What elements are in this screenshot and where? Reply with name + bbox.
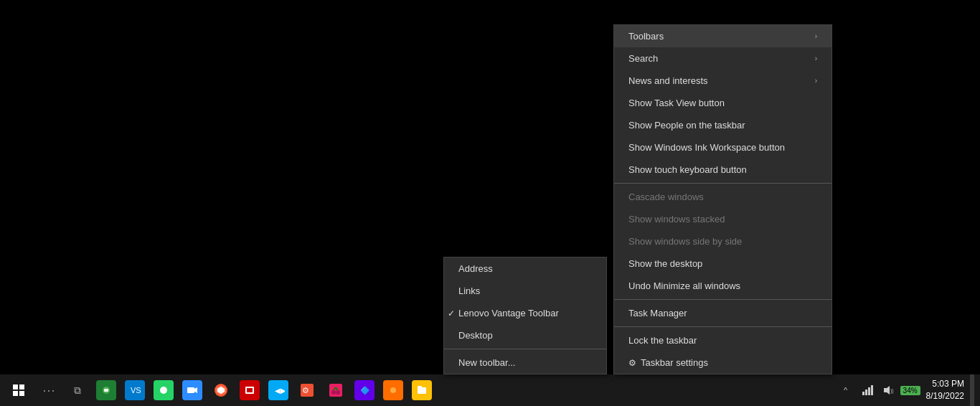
menu-item-windows-ink-label: Show Windows Ink Workspace button <box>628 142 785 153</box>
menu-item-desktop-label: Desktop <box>458 330 493 341</box>
menu-item-task-manager[interactable]: Task Manager <box>614 302 831 324</box>
arrow-icon-news: › <box>815 77 817 85</box>
svg-rect-31 <box>418 386 422 388</box>
start-button[interactable] <box>3 374 34 406</box>
arrow-icon-search: › <box>815 55 817 62</box>
menu-item-address[interactable]: Address <box>444 258 606 280</box>
context-menu-right: Toolbars › Search › News and interests ›… <box>613 24 832 374</box>
menu-item-search-label: Search <box>628 53 658 64</box>
menu-item-task-manager-label: Task Manager <box>628 308 687 318</box>
battery-indicator[interactable]: 34% <box>900 376 920 405</box>
menu-item-taskbar-settings-label: Taskbar settings <box>641 357 708 368</box>
gear-icon: ⚙ <box>628 358 636 368</box>
windows-logo-icon <box>13 384 24 396</box>
menu-item-show-desktop[interactable]: Show the desktop <box>614 252 831 275</box>
separator-1 <box>444 349 606 349</box>
battery-label: 34% <box>900 386 920 395</box>
clock-date: 8/19/2022 <box>926 390 964 402</box>
menu-item-people-label: Show People on the taskbar <box>628 120 745 131</box>
clock-time: 5:03 PM <box>932 378 964 390</box>
menu-item-windows-ink[interactable]: Show Windows Ink Workspace button <box>614 136 831 159</box>
menu-item-task-view-label: Show Task View button <box>628 98 725 108</box>
menu-item-new-toolbar-label: New toolbar... <box>458 357 516 368</box>
vscode-icon[interactable]: VS <box>121 376 149 405</box>
system-tray: ^ )) 34% 5:03 PM 8/19/2022 <box>836 374 977 406</box>
arrow-icon-toolbars: › <box>815 32 817 40</box>
app-icon-blue[interactable]: ◀▶ <box>264 376 293 405</box>
volume-icon[interactable]: )) <box>879 376 899 405</box>
hidden-icons-button[interactable]: ^ <box>836 376 856 405</box>
svg-rect-30 <box>418 387 426 394</box>
greenhat-app-icon[interactable] <box>92 376 121 405</box>
git-icon[interactable]: ⚙ <box>293 376 321 405</box>
menu-item-task-view[interactable]: Show Task View button <box>614 92 831 114</box>
menu-item-toolbars-label: Toolbars <box>628 31 664 42</box>
menu-item-links[interactable]: Links <box>444 280 606 302</box>
separator-3 <box>614 299 831 300</box>
menu-item-lock-taskbar-label: Lock the taskbar <box>628 335 697 346</box>
separator-4 <box>614 326 831 327</box>
svg-rect-15 <box>247 388 253 392</box>
svg-point-21 <box>331 390 336 395</box>
whatsapp-icon[interactable] <box>149 376 178 405</box>
task-view-button[interactable]: ⧉ <box>63 376 92 405</box>
show-desktop-button[interactable] <box>970 374 974 406</box>
svg-text:)): )) <box>890 388 894 394</box>
svg-rect-8 <box>187 387 194 393</box>
zoom-icon[interactable] <box>178 376 207 405</box>
menu-item-touch-keyboard[interactable]: Show touch keyboard button <box>614 159 831 181</box>
brave-icon[interactable] <box>207 376 235 405</box>
svg-point-6 <box>160 387 167 394</box>
menu-item-side-by-side: Show windows side by side <box>614 230 831 252</box>
menu-item-lock-taskbar[interactable]: Lock the taskbar <box>614 329 831 351</box>
menu-item-address-label: Address <box>458 263 493 274</box>
paintnet-icon[interactable] <box>235 376 264 405</box>
svg-rect-32 <box>862 392 864 395</box>
app-icon-orange[interactable] <box>379 376 407 405</box>
menu-item-new-toolbar[interactable]: New toolbar... <box>444 351 606 374</box>
menu-item-side-by-side-label: Show windows side by side <box>628 236 742 247</box>
menu-item-search[interactable]: Search › <box>614 47 831 70</box>
menu-item-touch-keyboard-label: Show touch keyboard button <box>628 164 747 175</box>
menu-item-undo-minimize[interactable]: Undo Minimize all windows <box>614 275 831 297</box>
menu-item-stacked: Show windows stacked <box>614 208 831 230</box>
svg-text:◀▶: ◀▶ <box>275 387 285 395</box>
menu-item-cascade-label: Cascade windows <box>628 192 704 202</box>
menu-item-lenovo-label: Lenovo Vantage Toolbar <box>458 308 559 318</box>
svg-rect-34 <box>868 387 870 395</box>
cortana-button[interactable]: ⋯ <box>34 376 63 405</box>
menu-item-desktop[interactable]: Desktop <box>444 324 606 346</box>
menu-item-lenovo-toolbar[interactable]: ✓ Lenovo Vantage Toolbar <box>444 302 606 324</box>
svg-text:VS: VS <box>131 386 141 395</box>
app-icon-purple[interactable]: 🔷 <box>350 376 379 405</box>
menu-item-taskbar-settings[interactable]: ⚙ Taskbar settings <box>614 351 831 374</box>
network-icon[interactable] <box>857 376 877 405</box>
menu-item-stacked-label: Show windows stacked <box>628 214 725 225</box>
cherry-icon[interactable] <box>321 376 350 405</box>
menu-item-show-desktop-label: Show the desktop <box>628 258 702 269</box>
menu-item-toolbars[interactable]: Toolbars › <box>614 25 831 47</box>
files-icon[interactable] <box>407 376 436 405</box>
svg-marker-36 <box>884 386 890 395</box>
svg-rect-20 <box>329 384 342 397</box>
svg-point-22 <box>336 390 340 395</box>
checkmark-icon: ✓ <box>448 308 455 318</box>
separator-2 <box>614 183 831 184</box>
svg-text:⚙: ⚙ <box>302 386 309 395</box>
menu-item-news-label: News and interests <box>628 75 708 86</box>
svg-rect-2 <box>104 389 108 392</box>
svg-rect-35 <box>871 385 873 395</box>
menu-item-cascade: Cascade windows <box>614 186 831 208</box>
menu-item-people[interactable]: Show People on the taskbar <box>614 114 831 136</box>
menu-item-undo-minimize-label: Undo Minimize all windows <box>628 280 740 291</box>
menu-item-news[interactable]: News and interests › <box>614 70 831 92</box>
svg-point-28 <box>390 387 396 393</box>
menu-item-links-label: Links <box>458 285 480 296</box>
taskbar: ⋯ ⧉ VS <box>0 374 980 406</box>
system-clock[interactable]: 5:03 PM 8/19/2022 <box>922 374 969 406</box>
svg-rect-33 <box>865 390 867 395</box>
context-menu-left: Address Links ✓ Lenovo Vantage Toolbar D… <box>443 257 607 374</box>
svg-text:🔷: 🔷 <box>360 385 370 395</box>
